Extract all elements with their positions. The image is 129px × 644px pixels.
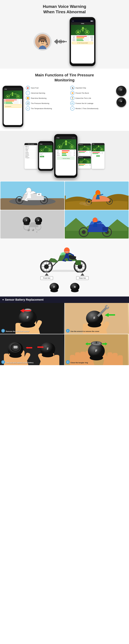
feature-air-leakage: 💨 Forever the Air Leakage [70,101,112,105]
phone-motorcycle-display [71,25,94,35]
imported-chip-icon: 🔌 [70,86,74,90]
fp-motorcycle-image [4,90,22,99]
cp-label-4: Temp R [57,155,61,156]
bar-value-3: 28°C [90,39,93,40]
left-side-phone: TPMS The most... Setting... [38,141,54,171]
lang-item-japanese: 日本語 [25,150,37,152]
cp-val-1: 36 [72,150,75,151]
left-side-phone-screen: TPMS The most... Setting... [39,143,53,169]
sensor-part-body: R [34,217,43,226]
phone-app-name: TPMS [81,23,84,24]
phone-time: 9:41 [72,20,74,22]
functions-phone-screen: TPMS [4,88,22,125]
sensor-images-right: F R [116,86,126,107]
fp-status-dot-3 [5,102,5,102]
svg-text:F: F [93,316,95,320]
screens-layout: TPMS Languages 繁體中文 简体中文 English 日本語 Esp… [1,134,128,178]
svg-text:F: F [26,219,27,222]
rs1-track-2 [79,152,88,153]
lang-item-german: Deutsche [25,154,37,156]
fp-status-dot-1 [5,100,5,100]
svg-rect-14 [58,41,59,42]
alert-text: ⚠ Tire Pressure Alert! [73,42,92,44]
bar-track-4 [76,40,89,41]
frp-row-1: 36 [92,152,104,153]
lang-list: 繁體中文 简体中文 English 日本語 Español Français D… [25,145,37,159]
svg-point-32 [7,96,9,97]
cp-time: 1:45 PM [72,138,75,138]
rs2-moto [78,158,91,164]
svg-rect-20 [63,40,63,43]
frp-header-text: TPMS [92,144,94,144]
frp-status-btn[interactable]: Normal [96,155,100,156]
svg-point-29 [82,27,84,29]
svg-point-171 [90,355,103,360]
lsp-moto-svg [39,146,52,152]
center-main-phone: TPMS 1:45 PM [54,134,77,178]
svg-text:R: R [74,286,76,288]
phone-mockup-voice: 9:41 ▓▓ ▓ TPMS [70,17,95,66]
bar-label-4: Temp R [72,40,76,41]
fp-bar-track-3 [6,102,19,102]
cp-fill-4 [62,155,67,156]
cp-fill-3 [62,154,66,154]
feature-imported-chip: 🔌 Imported Chip [70,86,112,90]
svg-rect-107 [102,227,108,231]
cp-row-4: Temp R 30 [57,155,75,156]
lang-item-italian: Italiano [25,156,37,157]
feature-save-fuel-text: Save Fuel [31,87,39,89]
battery-step-2: F 2 Use the wrench to remove the cove [65,303,129,334]
abnormal-alarm-icon: i [26,91,30,95]
cp-status-text: ✓ Normal Status [62,158,70,159]
fp-status-dot-2 [5,100,5,101]
frp-moto [92,145,104,151]
bar-label-3: Temp F [72,39,76,40]
sensor-image-2: R [116,97,126,107]
cp-row-2: Rear 32 [57,152,75,153]
svg-point-4 [41,41,42,42]
rear-tire-label-box: Rear tire [76,276,89,280]
fp-bar-track-1 [6,100,19,100]
front-sensor-cap: F [49,282,59,294]
svg-rect-23 [65,41,66,42]
gallery-cell-3-sensor-parts: F R [1,210,64,238]
feature-temp-monitor-text: Tire Temperature Monitoring [31,108,52,110]
svg-point-141 [71,289,79,292]
main-motorcycle-svg [32,242,97,272]
phone-status: ▓▓ ▓ [91,20,93,22]
feature-realtime-monitor: 📶 Real-time Monitoring [26,96,68,100]
step-1-number: 1 [3,330,4,332]
right-screens: TPMS Vol.1 [78,144,91,168]
fp-row-4: 30 [5,103,21,104]
rs1-val-2: 32 [88,152,90,153]
fp-bar-track-2 [6,101,19,101]
step2-svg: F [65,303,128,334]
feature-abnormal-alarm-text: Abnormal Alarming [31,92,45,94]
extend-life-icon: ⏳ [70,96,74,100]
temp-monitor-icon: 🌡 [26,106,30,110]
gallery-svg-1: 47 [2,182,63,210]
frp-bar-2 [92,153,101,154]
section-photo-gallery: 47 [0,181,129,239]
step-4-badge: 4 [66,360,70,364]
cp-header-text: TPMS [57,137,59,138]
section-battery-replacement: Sensor Battery Replacement [0,296,129,365]
lsp-range-btn[interactable]: Range [40,156,44,157]
fp-data-section: 36 32 28 [4,99,22,108]
step-4-label: Close the burglar ring [71,362,128,364]
right-screen-1: TPMS Vol.1 [78,144,91,156]
bar-fill-3 [76,39,83,40]
lang-item-french: Français [25,153,37,154]
data-bar-row-4: Temp R 30°C [72,40,93,41]
sensor-caps-pair: F R [3,282,126,294]
bar-track-3 [76,39,89,40]
fp-row-1: 36 [5,100,21,100]
front-sensor-svg: F [49,282,59,294]
monitor-2tires-icon: 👁 [70,106,74,110]
fp-app-name: TPMS [5,89,7,90]
bar-value-2: 34 PSI [90,37,93,38]
section-motorcycle-diagram: Front tire Rear tire [0,239,129,296]
svg-point-89 [36,222,41,225]
fp-bar-track-4 [6,103,19,104]
cp-row-1: Front 36 [57,150,75,151]
